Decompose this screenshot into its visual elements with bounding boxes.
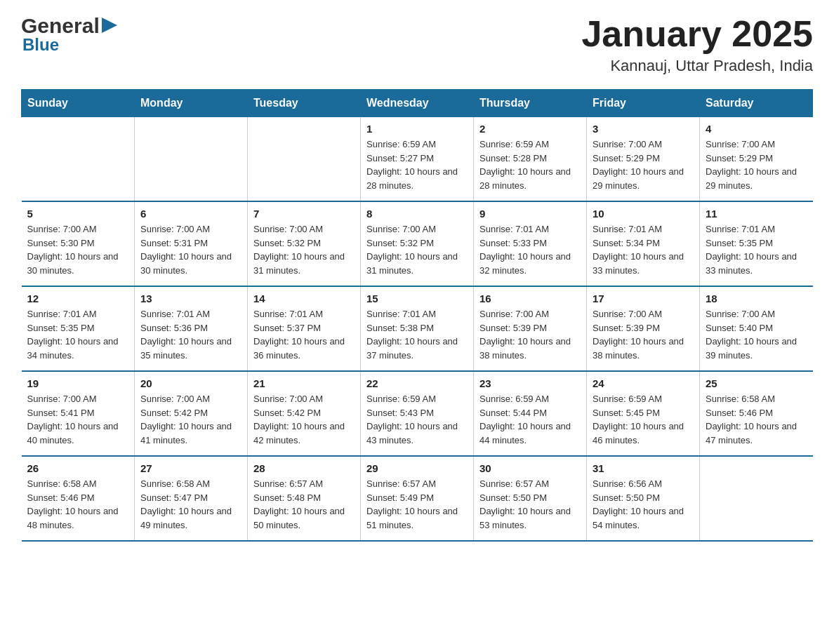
week-row-5: 26Sunrise: 6:58 AM Sunset: 5:46 PM Dayli…: [22, 456, 813, 541]
day-cell: 21Sunrise: 7:00 AM Sunset: 5:42 PM Dayli…: [248, 371, 361, 456]
header-friday: Friday: [587, 90, 700, 117]
header-tuesday: Tuesday: [248, 90, 361, 117]
day-number: 9: [479, 208, 581, 220]
logo-blue: Blue: [22, 35, 59, 55]
day-number: 26: [27, 462, 129, 474]
day-cell: 25Sunrise: 6:58 AM Sunset: 5:46 PM Dayli…: [700, 371, 813, 456]
day-number: 20: [140, 377, 241, 389]
day-cell: [248, 117, 361, 202]
day-number: 5: [27, 208, 129, 220]
calendar-header: SundayMondayTuesdayWednesdayThursdayFrid…: [22, 90, 813, 117]
day-cell: 8Sunrise: 7:00 AM Sunset: 5:32 PM Daylig…: [361, 201, 474, 286]
day-number: 21: [253, 377, 355, 389]
day-number: 13: [140, 293, 241, 304]
day-number: 30: [479, 462, 581, 474]
day-number: 25: [706, 377, 807, 389]
day-info: Sunrise: 7:00 AM Sunset: 5:39 PM Dayligh…: [593, 307, 694, 362]
day-info: Sunrise: 7:00 AM Sunset: 5:41 PM Dayligh…: [27, 392, 129, 447]
day-number: 16: [479, 293, 581, 304]
day-info: Sunrise: 6:56 AM Sunset: 5:50 PM Dayligh…: [593, 477, 694, 532]
day-info: Sunrise: 6:58 AM Sunset: 5:46 PM Dayligh…: [706, 392, 807, 447]
day-number: 23: [479, 377, 581, 389]
day-number: 28: [253, 462, 355, 474]
day-number: 18: [706, 293, 807, 304]
calendar-body: 1Sunrise: 6:59 AM Sunset: 5:27 PM Daylig…: [22, 117, 813, 542]
day-number: 7: [253, 208, 355, 220]
day-cell: 18Sunrise: 7:00 AM Sunset: 5:40 PM Dayli…: [700, 286, 813, 371]
day-info: Sunrise: 7:00 AM Sunset: 5:32 PM Dayligh…: [366, 222, 468, 277]
day-info: Sunrise: 7:00 AM Sunset: 5:42 PM Dayligh…: [253, 392, 355, 447]
day-cell: 1Sunrise: 6:59 AM Sunset: 5:27 PM Daylig…: [361, 117, 474, 202]
day-info: Sunrise: 6:59 AM Sunset: 5:45 PM Dayligh…: [593, 392, 694, 447]
day-cell: 4Sunrise: 7:00 AM Sunset: 5:29 PM Daylig…: [700, 117, 813, 202]
day-info: Sunrise: 6:59 AM Sunset: 5:43 PM Dayligh…: [366, 392, 468, 447]
header-saturday: Saturday: [700, 90, 813, 117]
day-cell: 16Sunrise: 7:00 AM Sunset: 5:39 PM Dayli…: [474, 286, 587, 371]
day-cell: 7Sunrise: 7:00 AM Sunset: 5:32 PM Daylig…: [248, 201, 361, 286]
day-number: 6: [140, 208, 241, 220]
day-info: Sunrise: 7:00 AM Sunset: 5:40 PM Dayligh…: [706, 307, 807, 362]
day-number: 29: [366, 462, 468, 474]
logo-triangle-icon: [102, 18, 117, 33]
day-cell: 15Sunrise: 7:01 AM Sunset: 5:38 PM Dayli…: [361, 286, 474, 371]
day-cell: 19Sunrise: 7:00 AM Sunset: 5:41 PM Dayli…: [22, 371, 135, 456]
day-info: Sunrise: 6:59 AM Sunset: 5:27 PM Dayligh…: [366, 137, 468, 192]
day-info: Sunrise: 7:00 AM Sunset: 5:30 PM Dayligh…: [27, 222, 129, 277]
week-row-3: 12Sunrise: 7:01 AM Sunset: 5:35 PM Dayli…: [22, 286, 813, 371]
header-sunday: Sunday: [22, 90, 135, 117]
logo-general-text: General Blue: [21, 14, 117, 55]
logo-general: General: [21, 14, 100, 38]
day-cell: 26Sunrise: 6:58 AM Sunset: 5:46 PM Dayli…: [22, 456, 135, 541]
day-cell: 13Sunrise: 7:01 AM Sunset: 5:36 PM Dayli…: [135, 286, 248, 371]
day-number: 8: [366, 208, 468, 220]
day-info: Sunrise: 7:00 AM Sunset: 5:39 PM Dayligh…: [479, 307, 581, 362]
day-cell: 31Sunrise: 6:56 AM Sunset: 5:50 PM Dayli…: [587, 456, 700, 541]
day-cell: 14Sunrise: 7:01 AM Sunset: 5:37 PM Dayli…: [248, 286, 361, 371]
day-info: Sunrise: 7:00 AM Sunset: 5:42 PM Dayligh…: [140, 392, 241, 447]
day-number: 14: [253, 293, 355, 304]
day-cell: 11Sunrise: 7:01 AM Sunset: 5:35 PM Dayli…: [700, 201, 813, 286]
day-cell: 12Sunrise: 7:01 AM Sunset: 5:35 PM Dayli…: [22, 286, 135, 371]
day-number: 15: [366, 293, 468, 304]
day-cell: 29Sunrise: 6:57 AM Sunset: 5:49 PM Dayli…: [361, 456, 474, 541]
day-number: 17: [593, 293, 694, 304]
day-info: Sunrise: 7:01 AM Sunset: 5:35 PM Dayligh…: [27, 307, 129, 362]
day-cell: 27Sunrise: 6:58 AM Sunset: 5:47 PM Dayli…: [135, 456, 248, 541]
day-info: Sunrise: 7:00 AM Sunset: 5:31 PM Dayligh…: [140, 222, 241, 277]
calendar-table: SundayMondayTuesdayWednesdayThursdayFrid…: [21, 89, 813, 542]
day-number: 3: [593, 123, 694, 135]
day-cell: 9Sunrise: 7:01 AM Sunset: 5:33 PM Daylig…: [474, 201, 587, 286]
title-section: January 2025 Kannauj, Uttar Pradesh, Ind…: [581, 14, 813, 75]
day-cell: [135, 117, 248, 202]
logo: General Blue: [21, 14, 117, 55]
day-cell: 24Sunrise: 6:59 AM Sunset: 5:45 PM Dayli…: [587, 371, 700, 456]
day-cell: 23Sunrise: 6:59 AM Sunset: 5:44 PM Dayli…: [474, 371, 587, 456]
day-cell: 2Sunrise: 6:59 AM Sunset: 5:28 PM Daylig…: [474, 117, 587, 202]
day-cell: 17Sunrise: 7:00 AM Sunset: 5:39 PM Dayli…: [587, 286, 700, 371]
day-number: 10: [593, 208, 694, 220]
day-number: 19: [27, 377, 129, 389]
day-info: Sunrise: 7:01 AM Sunset: 5:38 PM Dayligh…: [366, 307, 468, 362]
day-info: Sunrise: 6:57 AM Sunset: 5:48 PM Dayligh…: [253, 477, 355, 532]
day-cell: [22, 117, 135, 202]
day-cell: 6Sunrise: 7:00 AM Sunset: 5:31 PM Daylig…: [135, 201, 248, 286]
day-cell: 10Sunrise: 7:01 AM Sunset: 5:34 PM Dayli…: [587, 201, 700, 286]
day-header-row: SundayMondayTuesdayWednesdayThursdayFrid…: [22, 90, 813, 117]
header-wednesday: Wednesday: [361, 90, 474, 117]
week-row-2: 5Sunrise: 7:00 AM Sunset: 5:30 PM Daylig…: [22, 201, 813, 286]
calendar-subtitle: Kannauj, Uttar Pradesh, India: [581, 57, 813, 75]
day-info: Sunrise: 6:59 AM Sunset: 5:44 PM Dayligh…: [479, 392, 581, 447]
day-info: Sunrise: 7:01 AM Sunset: 5:36 PM Dayligh…: [140, 307, 241, 362]
day-info: Sunrise: 7:01 AM Sunset: 5:37 PM Dayligh…: [253, 307, 355, 362]
header-monday: Monday: [135, 90, 248, 117]
day-cell: 3Sunrise: 7:00 AM Sunset: 5:29 PM Daylig…: [587, 117, 700, 202]
day-info: Sunrise: 7:01 AM Sunset: 5:34 PM Dayligh…: [593, 222, 694, 277]
day-cell: 28Sunrise: 6:57 AM Sunset: 5:48 PM Dayli…: [248, 456, 361, 541]
day-cell: 30Sunrise: 6:57 AM Sunset: 5:50 PM Dayli…: [474, 456, 587, 541]
day-info: Sunrise: 6:59 AM Sunset: 5:28 PM Dayligh…: [479, 137, 581, 192]
day-info: Sunrise: 7:00 AM Sunset: 5:32 PM Dayligh…: [253, 222, 355, 277]
day-number: 31: [593, 462, 694, 474]
day-number: 1: [366, 123, 468, 135]
header-thursday: Thursday: [474, 90, 587, 117]
day-number: 12: [27, 293, 129, 304]
